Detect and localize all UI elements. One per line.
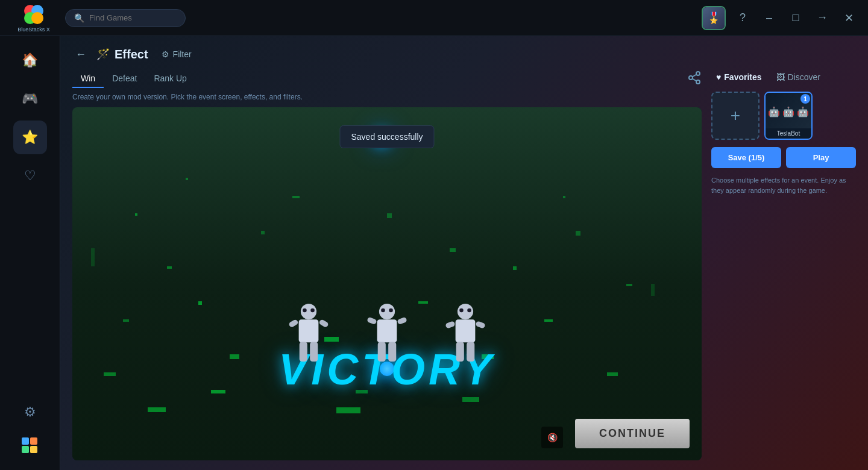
- discover-button[interactable]: 🖼 Discover: [772, 70, 825, 84]
- svg-rect-32: [475, 321, 485, 328]
- svg-point-19: [303, 309, 307, 313]
- svg-point-27: [381, 309, 385, 313]
- robot-figure-1: [288, 304, 330, 376]
- back-button[interactable]: ←: [72, 46, 89, 63]
- svg-rect-18: [310, 342, 318, 362]
- svg-rect-22: [377, 319, 397, 342]
- robot-figure-2: [366, 304, 408, 376]
- mini-robot-1: 🤖: [768, 106, 780, 118]
- svg-point-35: [459, 309, 464, 313]
- tab-defeat[interactable]: Defeat: [104, 70, 145, 88]
- tab-win[interactable]: Win: [72, 70, 104, 88]
- svg-rect-33: [456, 342, 464, 362]
- wand-icon: 🪄: [96, 48, 110, 61]
- svg-point-9: [689, 76, 693, 80]
- continue-label: CONTINUE: [599, 427, 665, 440]
- svg-rect-7: [30, 446, 37, 453]
- minimize-button[interactable]: –: [760, 8, 779, 28]
- svg-rect-15: [288, 319, 299, 328]
- page-title: Effect: [115, 48, 148, 61]
- robot-svg-3: [444, 304, 486, 376]
- svg-rect-24: [397, 317, 407, 325]
- mini-robot-2: 🤖: [782, 106, 794, 118]
- app-name-label: BlueStacks X: [17, 27, 50, 33]
- search-input[interactable]: [89, 13, 177, 22]
- maximize-button[interactable]: □: [786, 8, 805, 28]
- share-button[interactable]: [687, 70, 702, 88]
- left-panel: Win Defeat Rank Up Create your own mod v…: [72, 70, 702, 460]
- svg-point-10: [696, 80, 700, 84]
- svg-line-11: [693, 78, 697, 81]
- share-icon: [687, 70, 702, 85]
- svg-rect-17: [300, 342, 307, 362]
- svg-point-29: [458, 304, 473, 319]
- sidebar-item-settings[interactable]: ⚙: [13, 395, 47, 429]
- svg-rect-26: [388, 342, 396, 362]
- svg-point-3: [31, 12, 43, 24]
- presets-grid: + 🤖 🤖 🤖 TeslaBot 1: [711, 92, 856, 140]
- action-buttons: Save (1/5) Play: [711, 147, 856, 168]
- page-header: ← 🪄 Effect ⚙ Filter: [72, 46, 856, 63]
- tabs-row: Win Defeat Rank Up: [72, 70, 702, 88]
- avatar-button[interactable]: 🎖️: [702, 6, 726, 30]
- sidebar-bottom: ⚙: [13, 395, 47, 463]
- svg-rect-4: [22, 437, 29, 445]
- particle-effects: [72, 107, 702, 460]
- continue-button[interactable]: CONTINUE: [575, 419, 690, 448]
- sidebar-item-effects[interactable]: ⭐: [13, 121, 47, 154]
- content-area: Win Defeat Rank Up Create your own mod v…: [72, 70, 856, 460]
- svg-rect-23: [366, 317, 377, 325]
- hint-text: Choose multiple effects for an event. En…: [711, 175, 856, 195]
- filter-icon: ⚙: [162, 49, 169, 59]
- preset-name-label: TeslaBot: [766, 128, 811, 139]
- svg-point-28: [389, 309, 393, 313]
- avatar-image: 🎖️: [703, 7, 725, 29]
- filter-button[interactable]: ⚙ Filter: [156, 47, 198, 61]
- sidebar-item-home[interactable]: 🏠: [13, 43, 47, 77]
- main-content: ← 🪄 Effect ⚙ Filter Win Defeat Rank Up: [60, 36, 868, 470]
- help-button[interactable]: ?: [733, 8, 752, 28]
- favorites-button[interactable]: ♥ Favorites: [711, 70, 767, 84]
- app-logo: BlueStacks X: [10, 4, 58, 33]
- preview-container: Saved successfully VICTORY: [72, 107, 702, 460]
- svg-point-8: [696, 72, 700, 75]
- play-button[interactable]: Play: [786, 147, 856, 168]
- preview-scene: Saved successfully VICTORY: [72, 107, 702, 460]
- add-preset-button[interactable]: +: [711, 92, 760, 140]
- svg-line-12: [693, 74, 697, 77]
- bluestacks-logo-icon: [23, 4, 45, 25]
- svg-rect-6: [22, 446, 29, 453]
- right-panel: ♥ Favorites 🖼 Discover + 🤖 🤖: [711, 70, 856, 460]
- svg-rect-5: [30, 437, 37, 445]
- svg-rect-31: [445, 321, 455, 328]
- save-button[interactable]: Save (1/5): [711, 147, 781, 168]
- discover-icon: 🖼: [776, 72, 785, 82]
- forward-button[interactable]: →: [813, 8, 832, 28]
- sound-icon: 🔇: [547, 433, 558, 442]
- svg-rect-25: [378, 342, 386, 362]
- robot-svg-2: [366, 304, 408, 376]
- svg-rect-30: [456, 319, 476, 342]
- robot-figure-3: [444, 304, 486, 376]
- tab-rankup[interactable]: Rank Up: [145, 70, 195, 88]
- sidebar-item-library[interactable]: 🎮: [13, 82, 47, 116]
- svg-point-21: [379, 304, 395, 319]
- heart-icon: ♥: [716, 72, 721, 82]
- svg-point-36: [467, 309, 471, 313]
- svg-point-13: [301, 304, 316, 319]
- search-icon: 🔍: [74, 13, 84, 23]
- right-panel-header: ♥ Favorites 🖼 Discover: [711, 70, 856, 84]
- preset-card-teslabot[interactable]: 🤖 🤖 🤖 TeslaBot 1: [764, 92, 813, 140]
- svg-rect-14: [299, 319, 319, 342]
- page-subtitle: Create your own mod version. Pick the ev…: [72, 93, 702, 101]
- close-button[interactable]: ✕: [839, 8, 858, 28]
- sound-button[interactable]: 🔇: [541, 427, 563, 448]
- sidebar-item-bluestacks-logo[interactable]: [13, 429, 47, 463]
- svg-rect-34: [467, 342, 474, 362]
- bluestacks-small-logo: [19, 435, 41, 457]
- topbar-right: 🎖️ ? – □ → ✕: [702, 6, 858, 30]
- sidebar-item-favorites[interactable]: ♡: [13, 159, 47, 193]
- robots-area: [288, 304, 486, 376]
- topbar: BlueStacks X 🔍 🎖️ ? – □ → ✕: [0, 0, 868, 36]
- svg-point-20: [310, 309, 315, 313]
